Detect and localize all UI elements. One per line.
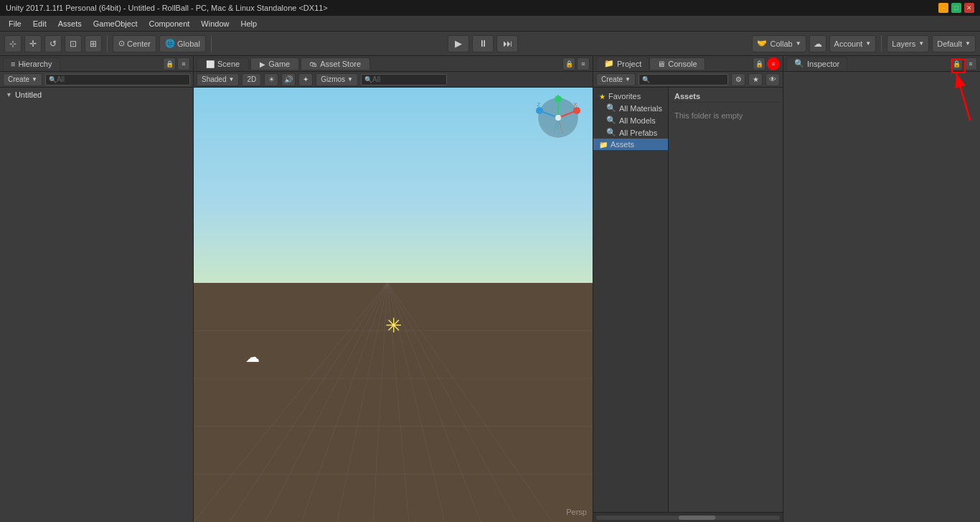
play-button[interactable]: ▶ xyxy=(448,35,469,52)
svg-point-17 xyxy=(573,107,580,114)
maximize-button[interactable]: □ xyxy=(951,3,961,13)
collab-icon: 🤝 xyxy=(757,39,767,48)
gizmos-label: Gizmos xyxy=(321,75,345,83)
account-button[interactable]: Inspector Account ▼ xyxy=(829,35,877,52)
project-tab[interactable]: 📁 Project xyxy=(596,57,649,70)
menu-assets[interactable]: Assets xyxy=(52,18,88,29)
layout-arrow: ▼ xyxy=(965,40,971,47)
pivot-icon: ⊙ xyxy=(118,39,125,48)
all-models-search-icon: 🔍 xyxy=(606,116,616,125)
layout-button[interactable]: Default ▼ xyxy=(932,35,976,52)
lighting-toggle[interactable]: ☀ xyxy=(264,73,278,86)
hierarchy-search-icon: 🔍 xyxy=(49,76,57,83)
tool-rotate[interactable]: ↺ xyxy=(44,35,62,52)
project-eye-button[interactable]: 👁 xyxy=(765,73,780,86)
scene-viewport[interactable]: ✳ ☁ X Y Z xyxy=(194,88,593,522)
account-arrow: ▼ xyxy=(865,40,871,47)
center-menu-button[interactable]: ≡ xyxy=(577,57,590,70)
effects-toggle[interactable]: ✦ xyxy=(298,73,313,86)
all-materials-item[interactable]: 🔍 All Materials xyxy=(593,102,668,114)
hierarchy-search[interactable]: 🔍 All xyxy=(45,74,190,85)
hierarchy-item-untitled[interactable]: ▼ Untitled xyxy=(0,89,193,101)
pivot-center-button[interactable]: ⊙ Center xyxy=(113,35,156,52)
project-search[interactable]: 🔍 xyxy=(639,74,728,85)
close-button[interactable]: ✕ xyxy=(964,3,974,13)
title-bar: Unity 2017.1.1f1 Personal (64bit) - Unti… xyxy=(0,0,980,16)
menu-edit[interactable]: Edit xyxy=(27,18,52,29)
collab-button[interactable]: 🤝 Collab ▼ xyxy=(752,35,806,52)
hierarchy-item-label: Untitled xyxy=(15,90,42,99)
assets-folder-icon: 📁 xyxy=(599,141,608,149)
project-filter-button[interactable]: ⚙ xyxy=(731,73,745,86)
scene-tab[interactable]: ⬜ Scene xyxy=(197,57,249,70)
hierarchy-tab-icon: ≡ xyxy=(11,60,15,68)
menu-component[interactable]: Component xyxy=(143,18,195,29)
game-tab[interactable]: ▶ Game xyxy=(250,57,299,70)
window-controls[interactable]: – □ ✕ xyxy=(938,3,974,13)
all-models-item[interactable]: 🔍 All Models xyxy=(593,114,668,126)
hierarchy-lock-button[interactable]: 🔒 xyxy=(163,57,176,70)
svg-text:Y: Y xyxy=(556,95,560,98)
svg-line-1 xyxy=(230,283,387,522)
scene-search[interactable]: 🔍 All xyxy=(361,74,447,85)
svg-text:Z: Z xyxy=(537,101,541,108)
tool-rect[interactable]: ⊞ xyxy=(85,35,102,52)
global-icon: 🌐 xyxy=(165,39,175,48)
inspector-menu-button[interactable]: ≡ xyxy=(964,57,977,70)
svg-point-28 xyxy=(555,115,561,121)
layers-button[interactable]: Layers ▼ xyxy=(887,35,929,52)
project-tab-icon: 📁 xyxy=(604,59,614,68)
main-layout: ≡ Hierarchy 🔒 ≡ Create ▼ 🔍 All ▼ Untitle… xyxy=(0,56,980,522)
game-tab-icon: ▶ xyxy=(260,60,265,68)
inspector-lock-button[interactable]: 🔒 xyxy=(950,57,963,70)
audio-toggle[interactable]: 🔊 xyxy=(281,73,296,86)
pause-button[interactable]: ⏸ xyxy=(472,35,494,52)
hierarchy-menu-button[interactable]: ≡ xyxy=(177,57,190,70)
project-lock-button[interactable]: 🔒 xyxy=(753,57,765,70)
scrollbar-thumb[interactable] xyxy=(679,516,715,520)
separator-3 xyxy=(881,36,882,52)
all-models-label: All Models xyxy=(619,116,656,125)
tool-move[interactable]: ✛ xyxy=(24,35,42,52)
gizmos-dropdown[interactable]: Gizmos ▼ xyxy=(316,73,358,86)
asset-store-icon: 🛍 xyxy=(310,60,317,68)
favorites-label: Favorites xyxy=(608,92,641,101)
project-create-button[interactable]: Create ▼ xyxy=(596,73,636,86)
shading-dropdown[interactable]: Shaded ▼ xyxy=(197,73,239,86)
inspector-tab[interactable]: 🔍 Inspector xyxy=(786,57,847,70)
center-lock-button[interactable]: 🔒 xyxy=(562,57,575,70)
favorites-item[interactable]: ★ Favorites xyxy=(593,90,668,102)
svg-line-3 xyxy=(301,283,387,522)
console-tab-icon: 🖥 xyxy=(657,60,665,68)
scrollbar-track[interactable] xyxy=(596,516,780,520)
tool-scale[interactable]: ⊡ xyxy=(65,35,82,52)
gizmo-widget[interactable]: X Y Z xyxy=(535,95,582,141)
hierarchy-tab-bar: ≡ Hierarchy 🔒 ≡ xyxy=(0,56,193,72)
tool-hand[interactable]: ⊹ xyxy=(4,35,22,52)
project-scrollbar[interactable] xyxy=(593,512,783,522)
project-star-button[interactable]: ★ xyxy=(748,73,763,86)
window-title: Unity 2017.1.1f1 Personal (64bit) - Unti… xyxy=(6,4,328,12)
minimize-button[interactable]: – xyxy=(938,3,948,13)
collab-arrow: ▼ xyxy=(796,40,801,47)
console-tab[interactable]: 🖥 Console xyxy=(649,57,705,70)
asset-store-tab[interactable]: 🛍 Asset Store xyxy=(301,57,370,70)
project-menu-button[interactable]: ≡ xyxy=(767,57,780,70)
all-prefabs-item[interactable]: 🔍 All Prefabs xyxy=(593,126,668,139)
hierarchy-create-button[interactable]: Create ▼ xyxy=(3,73,42,86)
scene-tab-icon: ⬜ xyxy=(206,60,215,68)
cloud-button[interactable]: ☁ xyxy=(809,35,826,52)
menu-file[interactable]: File xyxy=(3,18,27,29)
hierarchy-tab[interactable]: ≡ Hierarchy xyxy=(3,57,60,70)
svg-point-23 xyxy=(536,107,543,114)
step-button[interactable]: ⏭ xyxy=(496,35,518,52)
global-local-button[interactable]: 🌐 Global xyxy=(159,35,206,52)
menu-window[interactable]: Window xyxy=(195,18,235,29)
menu-bar: File Edit Assets GameObject Component Wi… xyxy=(0,16,980,32)
menu-gameobject[interactable]: GameObject xyxy=(88,18,143,29)
hierarchy-panel: ≡ Hierarchy 🔒 ≡ Create ▼ 🔍 All ▼ Untitle… xyxy=(0,56,194,522)
menu-help[interactable]: Help xyxy=(235,18,263,29)
assets-folder-item[interactable]: 📁 Assets xyxy=(593,139,668,150)
account-text: Account xyxy=(834,39,863,48)
2d-toggle[interactable]: 2D xyxy=(242,73,261,86)
